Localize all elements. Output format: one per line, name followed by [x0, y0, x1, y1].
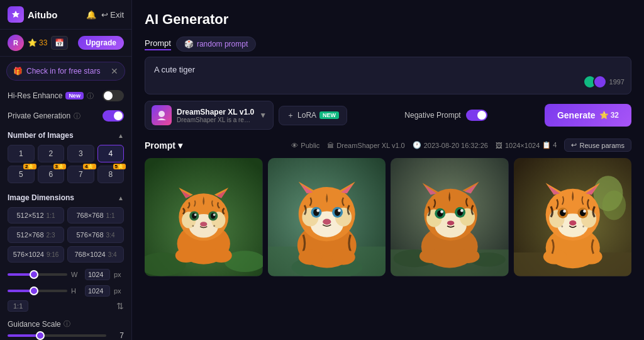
generate-button[interactable]: Generate ⭐ 32 — [545, 104, 631, 127]
upgrade-button[interactable]: Upgrade — [78, 36, 124, 50]
prompt-tab[interactable]: Prompt — [145, 38, 171, 50]
avatar: R — [8, 35, 24, 51]
dim-576x768[interactable]: 576×768 3:4 — [67, 227, 124, 243]
dim-576x1024[interactable]: 576×1024 9:16 — [8, 246, 64, 263]
svg-point-85 — [583, 210, 586, 213]
lora-new-badge: NEW — [319, 111, 339, 119]
images-grid — [145, 158, 631, 276]
width-input[interactable] — [85, 269, 110, 280]
svg-point-22 — [175, 248, 197, 263]
highres-info-icon[interactable]: ⓘ — [87, 91, 94, 101]
checkin-banner[interactable]: 🎁 Check in for free stars ✕ — [6, 62, 125, 81]
checkin-label: Check in for free stars — [26, 67, 100, 76]
image-card-2[interactable] — [268, 158, 386, 276]
svg-point-90 — [579, 249, 602, 264]
svg-point-65 — [419, 249, 442, 263]
svg-point-64 — [447, 220, 454, 225]
results-meta: 👁 Public 🏛 DreamShaper XL v1.0 🕐 2023-08… — [291, 139, 631, 152]
guidance-section: Guidance Scale ⓘ 7 — [0, 315, 131, 340]
svg-point-0 — [158, 111, 165, 117]
width-slider-row: W px — [0, 266, 131, 283]
notification-icon[interactable]: 🔔 — [86, 10, 96, 20]
num-btn-5[interactable]: 52⭐ — [8, 166, 35, 183]
highres-toggle[interactable] — [103, 90, 124, 101]
num-btn-1[interactable]: 1 — [8, 145, 35, 162]
reuse-icon: ↩ — [571, 141, 577, 149]
prompt-input[interactable]: A cute tiger — [154, 64, 622, 76]
svg-point-41 — [338, 209, 341, 212]
checkin-close-icon[interactable]: ✕ — [111, 66, 118, 76]
svg-point-44 — [331, 249, 355, 264]
main-content: AI Generator Prompt 🎲 random prompt A cu… — [132, 0, 644, 340]
neg-prompt-switch[interactable] — [466, 110, 487, 121]
num-btn-4[interactable]: 4 — [97, 145, 125, 162]
exit-button[interactable]: ↩ Exit — [101, 10, 124, 20]
plus-icon: ＋ — [287, 110, 294, 121]
private-toggle[interactable] — [103, 110, 124, 122]
user-bar: R ⭐ 33 📅 Upgrade — [0, 30, 131, 57]
px-label-h: px — [114, 287, 124, 295]
svg-point-43 — [298, 249, 322, 264]
aspect-lock-icon[interactable]: ⇅ — [116, 301, 124, 311]
count-icon: 📋 — [542, 141, 551, 149]
svg-point-18 — [213, 213, 216, 216]
num-images-chevron[interactable]: ▲ — [118, 132, 124, 139]
svg-point-84 — [563, 210, 566, 213]
image-count: 📋 4 — [542, 141, 557, 149]
height-slider[interactable] — [8, 290, 67, 292]
star-count: ⭐ 33 — [28, 38, 47, 47]
meta-dims: 🖼 1024×1024 📋 4 — [496, 141, 557, 149]
height-input[interactable] — [85, 285, 110, 297]
h-label: H — [71, 287, 81, 295]
tiger-image-2 — [268, 158, 386, 276]
image-card-1[interactable] — [145, 158, 263, 276]
num-btn-2[interactable]: 2 — [38, 145, 65, 162]
height-slider-row: H px — [0, 283, 131, 299]
svg-point-23 — [211, 248, 232, 263]
private-info-icon[interactable]: ⓘ — [74, 111, 80, 121]
page-title: AI Generator — [145, 11, 631, 28]
svg-point-89 — [543, 249, 567, 264]
private-generation-row: Private Generation ⓘ — [0, 106, 131, 126]
prompt-avatar-stack: 1997 — [583, 75, 625, 89]
num-images-header: Number of Images ▲ — [0, 126, 131, 142]
image-card-3[interactable] — [391, 158, 509, 276]
num-images-grid: 1 2 3 4 52⭐ 63⭐ 74⭐ 85⭐ — [0, 142, 131, 188]
num-btn-7[interactable]: 74⭐ — [67, 166, 94, 183]
guidance-info-icon[interactable]: ⓘ — [64, 319, 70, 329]
num-btn-8[interactable]: 85⭐ — [97, 166, 125, 183]
meta-public: 👁 Public — [291, 142, 319, 149]
highres-label: Hi-Res Enhance New ⓘ — [8, 91, 94, 101]
svg-point-88 — [582, 225, 584, 227]
lora-button[interactable]: ＋ LoRA NEW — [279, 106, 347, 125]
model-name: DreamShaper XL v1.0 — [177, 108, 254, 116]
svg-point-40 — [316, 209, 319, 212]
svg-point-19 — [200, 222, 207, 227]
num-btn-6[interactable]: 63⭐ — [38, 166, 65, 183]
dimensions-chevron[interactable]: ▲ — [118, 195, 124, 201]
image-icon: 🖼 — [496, 142, 502, 149]
calendar-button[interactable]: 📅 — [51, 36, 68, 50]
svg-point-86 — [569, 220, 576, 225]
new-badge: New — [65, 92, 84, 99]
width-slider[interactable] — [8, 273, 67, 276]
generate-star-count: ⭐ 32 — [599, 111, 619, 120]
model-desc: DreamShaper XL is a revolutionary AI mo.… — [177, 116, 252, 123]
reuse-params-button[interactable]: ↩ Reuse params — [564, 139, 631, 152]
guidance-slider[interactable] — [8, 334, 106, 337]
dim-512x512[interactable]: 512×512 1:1 — [8, 207, 64, 224]
sidebar-header: Aitubo 🔔 ↩ Exit — [0, 0, 131, 30]
results-title[interactable]: Prompt ▾ — [145, 140, 182, 150]
svg-point-87 — [561, 225, 563, 227]
num-btn-3[interactable]: 3 — [67, 145, 94, 162]
dim-512x768[interactable]: 512×768 2:3 — [8, 227, 64, 243]
dim-768x768[interactable]: 768×768 1:1 — [67, 207, 124, 224]
image-card-4[interactable] — [514, 158, 632, 276]
svg-point-42 — [323, 219, 331, 225]
random-prompt-button[interactable]: 🎲 random prompt — [176, 37, 256, 52]
dim-768x1024[interactable]: 768×1024 3:4 — [67, 246, 124, 263]
model-selector[interactable]: DreamShaper XL v1.0 DreamShaper XL is a … — [145, 101, 274, 130]
svg-point-20 — [192, 225, 194, 227]
avatar-purple — [593, 75, 607, 89]
svg-point-66 — [457, 249, 480, 263]
